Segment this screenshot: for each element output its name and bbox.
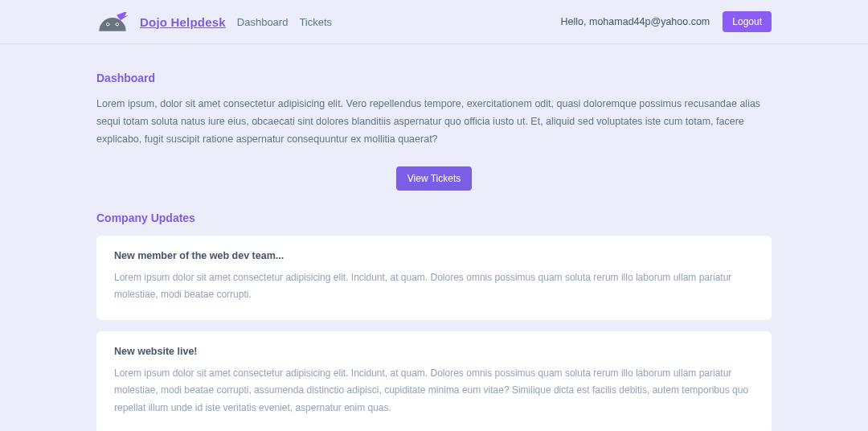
- main-content: Dashboard Lorem ipsum, dolor sit amet co…: [96, 44, 772, 431]
- logout-button[interactable]: Logout: [723, 11, 772, 32]
- nav-link-dashboard[interactable]: Dashboard: [237, 16, 289, 28]
- update-card: New member of the web dev team... Lorem …: [96, 236, 772, 320]
- navbar: Dojo Helpdesk Dashboard Tickets Hello, m…: [0, 0, 868, 44]
- svg-point-3: [117, 23, 118, 25]
- nav-link-tickets[interactable]: Tickets: [299, 16, 332, 28]
- nav-right: Hello, mohamad44p@yahoo.com Logout: [561, 11, 772, 32]
- update-card-title: New website live!: [114, 346, 754, 357]
- update-card-body: Lorem ipsum dolor sit amet consectetur a…: [114, 269, 754, 304]
- dashboard-title: Dashboard: [96, 72, 772, 84]
- brand-link[interactable]: Dojo Helpdesk: [140, 15, 226, 29]
- svg-point-2: [107, 23, 108, 25]
- ninja-logo-icon: [96, 12, 129, 31]
- update-card-title: New member of the web dev team...: [114, 250, 754, 261]
- company-updates-title: Company Updates: [96, 211, 772, 224]
- nav-left: Dojo Helpdesk Dashboard Tickets: [96, 12, 332, 31]
- update-card: New website live! Lorem ipsum dolor sit …: [96, 331, 772, 431]
- dashboard-intro: Lorem ipsum, dolor sit amet consectetur …: [96, 96, 772, 149]
- user-greeting: Hello, mohamad44p@yahoo.com: [561, 16, 710, 27]
- view-tickets-button[interactable]: View Tickets: [396, 166, 472, 191]
- update-card-body: Lorem ipsum dolor sit amet consectetur a…: [114, 365, 754, 417]
